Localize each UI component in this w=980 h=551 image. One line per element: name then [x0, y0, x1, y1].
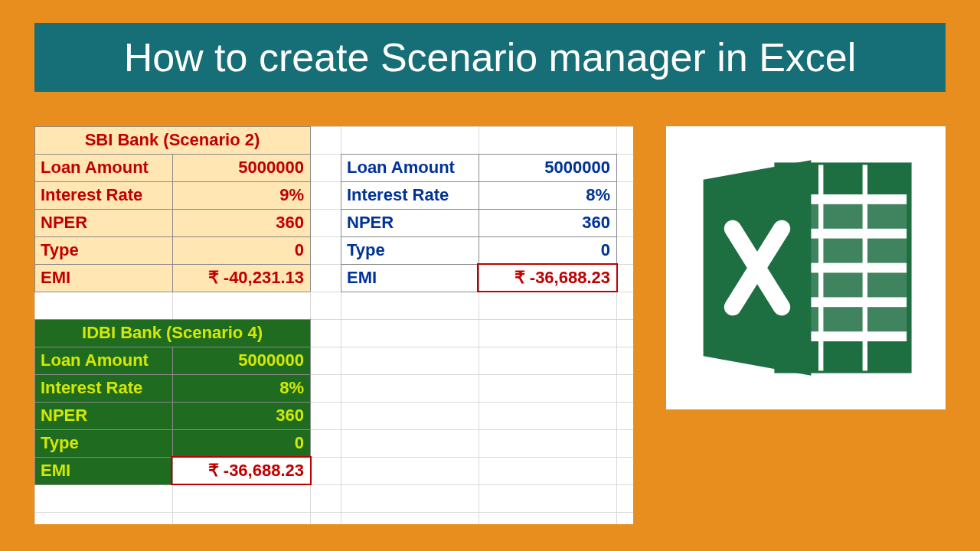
- idbi-emi-value[interactable]: ₹ -36,688.23: [172, 457, 310, 484]
- blue-nper-value[interactable]: 360: [479, 209, 616, 236]
- sbi-emi-label: EMI: [34, 264, 172, 292]
- excel-icon: [684, 145, 929, 390]
- sbi-type-value[interactable]: 0: [172, 236, 310, 264]
- idbi-rate-label: Interest Rate: [34, 374, 172, 402]
- sbi-emi-value[interactable]: ₹ -40,231.13: [172, 264, 310, 292]
- sbi-loan-label: Loan Amount: [34, 154, 172, 181]
- idbi-type-label: Type: [34, 429, 172, 457]
- sbi-rate-value[interactable]: 9%: [172, 181, 310, 209]
- spreadsheet-area: SBI Bank (Scenario 2) Loan Amount 500000…: [34, 126, 633, 524]
- idbi-loan-value[interactable]: 5000000: [172, 347, 310, 374]
- page-title: How to create Scenario manager in Excel: [124, 34, 857, 80]
- blue-type-value[interactable]: 0: [479, 236, 616, 264]
- idbi-type-value[interactable]: 0: [172, 429, 310, 457]
- blue-rate-value[interactable]: 8%: [479, 181, 616, 209]
- idbi-loan-label: Loan Amount: [34, 347, 172, 374]
- blue-emi-value[interactable]: ₹ -36,688.23: [479, 264, 616, 292]
- sbi-type-label: Type: [34, 236, 172, 264]
- idbi-title: IDBI Bank (Scenario 4): [34, 319, 310, 347]
- sbi-rate-label: Interest Rate: [34, 181, 172, 209]
- title-banner: How to create Scenario manager in Excel: [34, 23, 946, 92]
- idbi-rate-value[interactable]: 8%: [172, 374, 310, 402]
- blue-type-label: Type: [341, 236, 479, 264]
- blue-loan-label: Loan Amount: [341, 154, 479, 181]
- blue-nper-label: NPER: [341, 209, 479, 236]
- idbi-nper-label: NPER: [34, 402, 172, 429]
- sbi-nper-value[interactable]: 360: [172, 209, 310, 236]
- blue-rate-label: Interest Rate: [341, 181, 479, 209]
- sbi-title: SBI Bank (Scenario 2): [34, 126, 310, 154]
- blue-loan-value[interactable]: 5000000: [479, 154, 616, 181]
- blue-emi-label: EMI: [341, 264, 479, 292]
- idbi-nper-value[interactable]: 360: [172, 402, 310, 429]
- excel-icon-card: [666, 126, 946, 409]
- sbi-loan-value[interactable]: 5000000: [172, 154, 310, 181]
- sbi-nper-label: NPER: [34, 209, 172, 236]
- idbi-emi-label: EMI: [34, 457, 172, 484]
